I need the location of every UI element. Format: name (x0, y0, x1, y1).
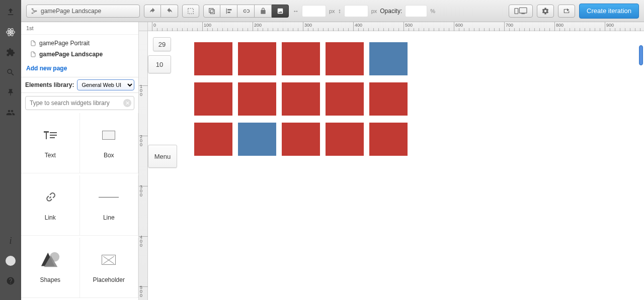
selection-button[interactable] (182, 5, 199, 18)
game-tile[interactable] (194, 82, 232, 116)
widget-link[interactable]: Link (21, 175, 80, 236)
link-icon (40, 190, 60, 205)
svg-point-0 (10, 31, 11, 33)
box-icon (99, 128, 119, 143)
game-tile[interactable] (282, 82, 320, 116)
atom-icon[interactable] (6, 27, 16, 37)
ruler-corner (139, 22, 148, 31)
widget-placeholder[interactable]: Placeholder (80, 238, 139, 298)
text-icon (40, 128, 60, 143)
library-row: Elements library: General Web UI (21, 77, 138, 93)
game-tile[interactable] (326, 123, 364, 156)
app-rail: i (0, 0, 21, 300)
clear-icon[interactable]: ✕ (123, 99, 131, 107)
viewport-button[interactable] (509, 5, 533, 18)
undo-button[interactable] (144, 5, 161, 18)
game-tile[interactable] (369, 42, 408, 75)
arrange-group (203, 5, 289, 18)
share-button[interactable] (558, 5, 575, 18)
create-iteration-button[interactable]: Create iteration (579, 4, 639, 19)
svg-rect-4 (188, 8, 194, 14)
widget-text[interactable]: Text (21, 113, 80, 173)
game-tile[interactable] (194, 42, 232, 75)
arrow-vertical-icon: ↕ (338, 8, 341, 15)
library-select[interactable]: General Web UI (77, 79, 134, 90)
toolbar: gamePage Landscape ↔ px ↕ px (21, 0, 644, 22)
library-label: Elements library: (25, 81, 74, 88)
widgets-grid: TextBoxLinkLineShapesPlaceholder (21, 113, 138, 300)
scroll-thumb[interactable] (639, 45, 643, 65)
history-group (144, 5, 178, 18)
height-input[interactable] (344, 5, 368, 17)
height-unit: px (371, 8, 377, 14)
width-input[interactable] (302, 5, 326, 17)
page-item[interactable]: gamePage Landscape (21, 49, 138, 60)
page-icon (30, 40, 36, 47)
search-input[interactable] (25, 96, 134, 110)
pages-list: gamePage PortraitgamePage Landscape (21, 35, 138, 63)
canvas-area: 0100200300400500600700800900 10020030040… (139, 22, 644, 300)
puzzle-icon[interactable] (6, 47, 16, 57)
info-icon[interactable]: i (6, 236, 16, 246)
svg-rect-8 (519, 8, 527, 13)
game-tile[interactable] (238, 82, 276, 116)
redo-button[interactable] (161, 5, 178, 18)
game-tile[interactable] (326, 82, 364, 116)
svg-rect-7 (515, 8, 518, 14)
settings-button[interactable] (537, 5, 554, 18)
game-tile[interactable] (194, 123, 232, 156)
image-button[interactable] (272, 5, 289, 18)
game-tile[interactable] (326, 42, 364, 75)
link-button[interactable] (237, 5, 255, 18)
arrow-horizontal-icon: ↔ (293, 8, 299, 15)
svg-rect-9 (521, 13, 525, 14)
add-page-link[interactable]: Add new page (21, 63, 138, 77)
canvas[interactable]: 29 10 Menu (148, 31, 644, 300)
placeholder-icon (99, 252, 119, 267)
widget-box[interactable]: Box (80, 113, 139, 173)
game-tile[interactable] (282, 123, 320, 156)
width-unit: px (329, 8, 335, 14)
game-tile[interactable] (238, 42, 276, 75)
menu-button[interactable]: Menu (148, 145, 177, 168)
dimensions: ↔ px ↕ px Opacity: % (293, 5, 435, 17)
widget-line[interactable]: Line (80, 175, 139, 236)
search-icon[interactable] (6, 67, 16, 77)
page-selector[interactable]: gamePage Landscape (26, 5, 140, 18)
shapes-icon (40, 252, 60, 267)
copy-button[interactable] (203, 5, 220, 18)
svg-rect-5 (210, 10, 214, 14)
help-icon[interactable] (6, 276, 16, 286)
align-button[interactable] (220, 5, 237, 18)
users-icon[interactable] (6, 108, 16, 118)
svg-rect-6 (209, 8, 213, 12)
line-icon (99, 190, 119, 205)
score-chip-1[interactable]: 29 (153, 37, 171, 51)
score-chip-2[interactable]: 10 (148, 55, 171, 73)
game-tile[interactable] (238, 123, 276, 156)
lock-button[interactable] (255, 5, 272, 18)
page-selector-label: gamePage Landscape (41, 8, 101, 15)
opacity-input[interactable] (405, 5, 427, 17)
project-name[interactable]: 1st (21, 22, 138, 35)
hierarchy-icon (31, 8, 38, 15)
ruler-horizontal[interactable]: 0100200300400500600700800900 (148, 22, 644, 31)
opacity-label: Opacity: (380, 8, 402, 15)
widget-shapes[interactable]: Shapes (21, 238, 80, 298)
widget-search: ✕ (21, 93, 138, 113)
game-tile[interactable] (369, 82, 408, 116)
page-item[interactable]: gamePage Portrait (21, 38, 138, 49)
game-tile[interactable] (369, 123, 408, 156)
ruler-vertical[interactable]: 100200300400500 (139, 31, 148, 300)
avatar[interactable] (6, 256, 16, 266)
export-icon[interactable] (6, 7, 16, 17)
pin-icon[interactable] (6, 87, 16, 97)
opacity-unit: % (430, 8, 435, 14)
game-tile[interactable] (282, 42, 320, 75)
page-icon (30, 51, 36, 58)
sidebar: 1st gamePage PortraitgamePage Landscape … (21, 22, 139, 300)
